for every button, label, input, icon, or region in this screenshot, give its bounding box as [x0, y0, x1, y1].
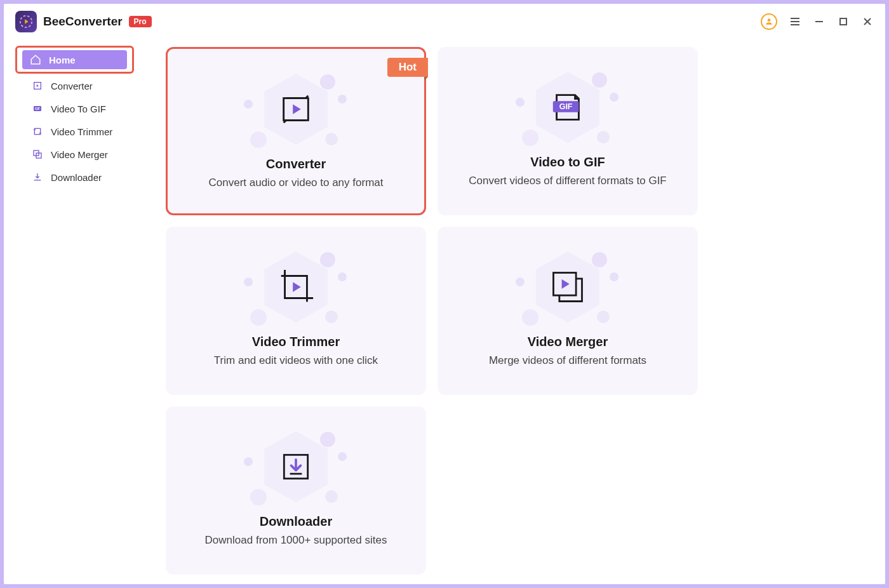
card-title: Video Merger — [528, 335, 608, 349]
svg-text:GIF: GIF — [35, 107, 40, 110]
converter-icon — [32, 80, 43, 91]
card-desc: Convert audio or video to any format — [209, 177, 384, 189]
card-desc: Trim and edit videos with one click — [214, 354, 378, 367]
gif-icon: GIF — [32, 103, 43, 114]
svg-point-1 — [768, 18, 771, 22]
card-title: Video Trimmer — [252, 335, 340, 349]
sidebar-item-converter[interactable]: Converter — [24, 76, 129, 95]
sidebar-item-home[interactable]: Home — [22, 50, 127, 69]
sidebar-item-video-merger[interactable]: Video Merger — [24, 145, 129, 164]
trimmer-icon — [32, 126, 43, 137]
downloader-card-icon — [278, 449, 314, 484]
titlebar-left: BeeConverter Pro — [15, 11, 152, 32]
hot-badge: Hot — [387, 58, 428, 77]
body-area: Home Converter GIF Video To GIF Video T — [4, 39, 885, 584]
gif-card-icon: GIF — [549, 89, 586, 126]
card-icon-area — [239, 246, 353, 328]
titlebar: BeeConverter Pro — [4, 4, 885, 39]
card-converter[interactable]: Hot Converter Convert audio or video to … — [166, 47, 426, 215]
card-video-to-gif[interactable]: GIF Video to GIF Convert videos of diffe… — [438, 47, 698, 215]
maximize-icon[interactable] — [837, 15, 850, 28]
card-icon-area — [239, 68, 353, 150]
sidebar-home-highlight: Home — [15, 46, 134, 74]
trimmer-card-icon — [276, 267, 316, 307]
sidebar-item-label: Video Trimmer — [51, 126, 112, 137]
card-title: Converter — [266, 157, 326, 171]
sidebar-item-label: Home — [49, 55, 76, 65]
card-video-merger[interactable]: Video Merger Merge videos of different f… — [438, 227, 698, 395]
merger-card-icon — [549, 268, 587, 306]
merger-icon — [32, 149, 43, 160]
card-icon-area — [511, 246, 625, 328]
sidebar-item-label: Video Merger — [51, 149, 108, 160]
minimize-icon[interactable] — [813, 15, 826, 28]
svg-text:GIF: GIF — [559, 102, 573, 111]
app-logo-icon — [15, 11, 37, 32]
sidebar-item-label: Downloader — [51, 172, 102, 183]
card-desc: Download from 1000+ supported sites — [205, 534, 387, 547]
card-desc: Merge videos of different formats — [489, 354, 646, 367]
app-window: BeeConverter Pro — [4, 4, 885, 584]
sidebar-item-video-trimmer[interactable]: Video Trimmer — [24, 122, 129, 141]
card-icon-area — [239, 425, 353, 508]
main-content: Hot Converter Convert audio or video to … — [140, 39, 885, 584]
downloader-icon — [32, 171, 43, 183]
pro-badge: Pro — [129, 16, 152, 27]
cards-grid: Hot Converter Convert audio or video to … — [166, 47, 860, 575]
sidebar-item-video-to-gif[interactable]: GIF Video To GIF — [24, 99, 129, 118]
sidebar-item-label: Video To GIF — [51, 104, 106, 114]
sidebar: Home Converter GIF Video To GIF Video T — [4, 39, 140, 584]
svg-rect-6 — [840, 18, 846, 25]
close-icon[interactable] — [861, 15, 874, 28]
app-title: BeeConverter — [43, 15, 123, 29]
sidebar-item-downloader[interactable]: Downloader — [24, 168, 129, 187]
sidebar-item-label: Converter — [51, 81, 93, 91]
card-downloader[interactable]: Downloader Download from 1000+ supported… — [166, 406, 426, 575]
card-video-trimmer[interactable]: Video Trimmer Trim and edit videos with … — [166, 227, 426, 395]
titlebar-right — [761, 13, 874, 30]
converter-card-icon — [277, 91, 314, 128]
card-icon-area: GIF — [511, 66, 625, 149]
card-title: Downloader — [260, 514, 332, 529]
account-icon[interactable] — [761, 13, 777, 30]
menu-icon[interactable] — [789, 15, 801, 28]
home-icon — [30, 54, 41, 65]
card-desc: Convert videos of different formats to G… — [469, 175, 667, 187]
card-title: Video to GIF — [530, 155, 605, 170]
